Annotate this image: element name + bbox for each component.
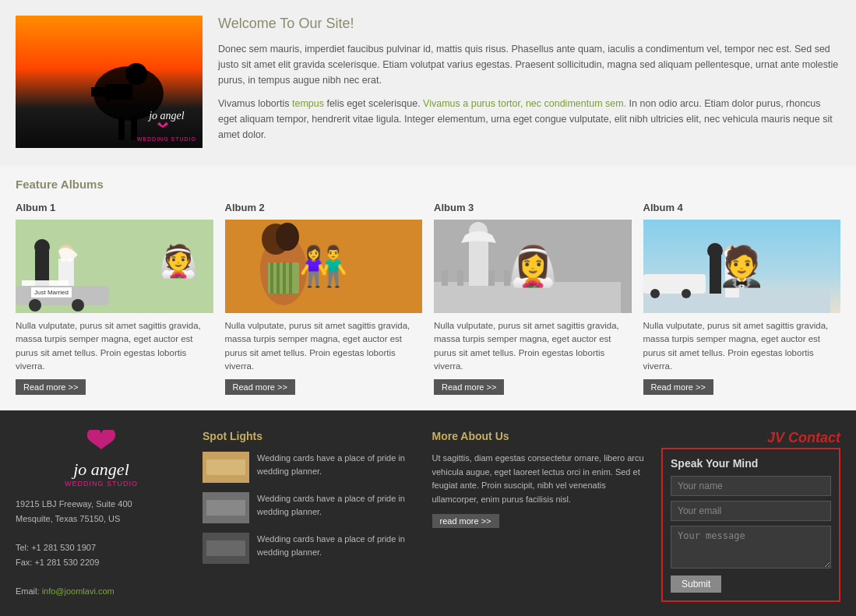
intro-paragraph-2: Vivamus lobortis tempus felis eget scele… — [218, 96, 840, 143]
spotlight-item-2: Wedding cards have a place of pride in w… — [203, 492, 417, 523]
album-3-thumb — [434, 220, 632, 313]
svg-rect-36 — [469, 235, 488, 286]
email-link[interactable]: info@joomlavi.com — [42, 586, 114, 596]
spotlight-thumb-2 — [203, 492, 249, 523]
spotlight-text-1: Wedding cards have a place of pride in w… — [257, 452, 417, 477]
footer-grid: jo angel WEDDING STUDIO 19215 LBJ Freewa… — [16, 430, 840, 602]
hero-image: jo angel WEDDING STUDIO — [16, 16, 203, 148]
footer-heart-svg — [86, 430, 117, 453]
svg-point-2 — [125, 63, 147, 85]
album-2-read-more[interactable]: Read more >> — [225, 379, 295, 395]
brand-logo-text: jo angel — [137, 110, 196, 122]
top-content: Welcome To Our Site! Donec sem mauris, i… — [218, 16, 840, 150]
spotlight-thumb-3 — [203, 533, 249, 564]
more-about-text: Ut sagittis, diam egestas consectetur or… — [432, 452, 646, 506]
album-2-thumb — [225, 220, 423, 313]
spotlight-img-2 — [203, 492, 249, 523]
more-about-section: More About Us Ut sagittis, diam egestas … — [432, 430, 646, 602]
album-2-image — [225, 220, 423, 313]
svg-rect-34 — [504, 270, 510, 286]
spotlight-item-3: Wedding cards have a place of pride in w… — [203, 533, 417, 564]
spotlight-img-1 — [203, 452, 249, 483]
footer-heart-icon — [16, 430, 187, 458]
album-3-image — [434, 220, 632, 313]
email-line: Email: info@joomlavi.com — [16, 584, 187, 599]
album-4-thumb — [643, 220, 841, 313]
svg-point-17 — [72, 299, 84, 312]
svg-rect-31 — [457, 270, 463, 286]
email-input[interactable] — [671, 501, 831, 521]
spotlight-img-3 — [203, 533, 249, 564]
email-label: Email: — [16, 586, 42, 596]
fax-number: Fax: +1 281 530 2209 — [16, 555, 187, 570]
album-item-2: Album 2 — [225, 202, 423, 395]
album-1-read-more[interactable]: Read more >> — [16, 379, 86, 395]
tel-number: Tel: +1 281 530 1907 — [16, 540, 187, 555]
albums-section: Feature Albums Album 1 — [0, 166, 856, 410]
svg-rect-45 — [725, 259, 739, 297]
album-1-title: Album 1 — [16, 202, 213, 213]
svg-point-16 — [29, 299, 41, 312]
intro-paragraph-1: Donec sem mauris, imperdiet faucibus pul… — [218, 41, 840, 88]
album-2-desc: Nulla vulputate, purus sit amet sagittis… — [225, 319, 423, 373]
spotlight-thumb-1 — [203, 452, 249, 483]
footer-logo-section: jo angel WEDDING STUDIO 19215 LBJ Freewa… — [16, 430, 187, 602]
footer: jo angel WEDDING STUDIO 19215 LBJ Freewa… — [0, 410, 856, 616]
album-4-desc: Nulla vulputate, purus sit amet sagittis… — [643, 319, 841, 373]
svg-rect-43 — [710, 255, 721, 294]
submit-button[interactable]: Submit — [671, 576, 721, 593]
address-line-1: 19215 LBJ Freeway, Suite 400 — [16, 497, 187, 512]
svg-rect-5 — [118, 117, 125, 140]
vivamus-link[interactable]: Vivamus a purus tortor, nec condimentum … — [423, 98, 626, 109]
album-4-read-more[interactable]: Read more >> — [643, 379, 713, 395]
svg-point-46 — [724, 245, 740, 261]
album-3-read-more[interactable]: Read more >> — [434, 379, 504, 395]
spotlight-item-1: Wedding cards have a place of pride in w… — [203, 452, 417, 483]
speak-mind-wrapper: JV Contact Speak Your Mind Submit — [661, 430, 840, 602]
logo-watermark: jo angel WEDDING STUDIO — [137, 110, 196, 142]
svg-point-10 — [34, 239, 50, 255]
top-section: jo angel WEDDING STUDIO Welcome To Our S… — [0, 0, 856, 166]
spot-lights-title: Spot Lights — [203, 430, 417, 442]
svg-rect-35 — [520, 270, 526, 286]
message-textarea[interactable] — [671, 526, 831, 568]
tempus-link[interactable]: tempus — [292, 98, 324, 109]
more-about-title: More About Us — [432, 430, 646, 442]
svg-rect-33 — [488, 270, 495, 286]
svg-rect-3 — [105, 84, 132, 100]
album-item-3: Album 3 — [434, 202, 632, 395]
spotlight-text-3: Wedding cards have a place of pride in w… — [257, 533, 417, 558]
speak-mind-title: Speak Your Mind — [671, 457, 831, 470]
page-wrapper: jo angel WEDDING STUDIO Welcome To Our S… — [0, 0, 856, 616]
svg-point-22 — [276, 223, 299, 251]
svg-rect-24 — [270, 262, 273, 294]
svg-rect-52 — [206, 540, 245, 556]
speak-mind-section: Speak Your Mind Submit — [661, 448, 840, 602]
svg-rect-26 — [283, 262, 286, 294]
svg-rect-50 — [206, 500, 245, 516]
spot-lights-section: Spot Lights Wedding cards have a place o… — [203, 430, 417, 602]
svg-point-44 — [707, 243, 723, 259]
address-line-2: Mesquite, Texas 75150, US — [16, 512, 187, 526]
svg-rect-27 — [289, 262, 292, 294]
svg-rect-30 — [442, 270, 448, 286]
album-4-title: Album 4 — [643, 202, 841, 213]
album-3-desc: Nulla vulputate, purus sit amet sagittis… — [434, 319, 632, 373]
more-about-read-more[interactable]: read more >> — [432, 514, 499, 528]
album-1-thumb: Just Married — [16, 220, 213, 313]
svg-point-42 — [682, 289, 691, 298]
svg-rect-48 — [206, 459, 245, 475]
albums-grid: Album 1 Just Married — [16, 202, 840, 395]
spotlight-text-2: Wedding cards have a place of pride in w… — [257, 492, 417, 518]
album-2-title: Album 2 — [225, 202, 423, 213]
footer-brand-sub: WEDDING STUDIO — [16, 480, 187, 488]
album-4-image — [643, 220, 841, 313]
svg-point-41 — [650, 289, 660, 298]
album-3-title: Album 3 — [434, 202, 632, 213]
jv-contact-label: JV Contact — [661, 430, 840, 446]
logo-sub-text: WEDDING STUDIO — [137, 136, 196, 142]
name-input[interactable] — [671, 476, 831, 496]
album-1-desc: Nulla vulputate, purus sit amet sagittis… — [16, 319, 213, 373]
svg-rect-11 — [58, 259, 74, 297]
footer-brand-name: jo angel — [16, 459, 187, 480]
